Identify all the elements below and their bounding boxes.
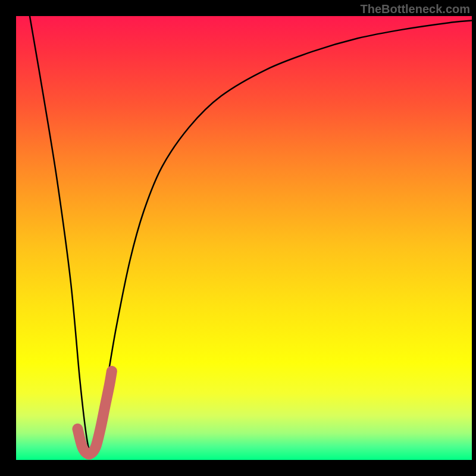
bottleneck-curve [30,16,472,451]
curve-layer [16,16,472,460]
plot-area [16,16,472,460]
watermark-text: TheBottleneck.com [361,2,470,16]
chart-container: TheBottleneck.com [0,0,476,476]
